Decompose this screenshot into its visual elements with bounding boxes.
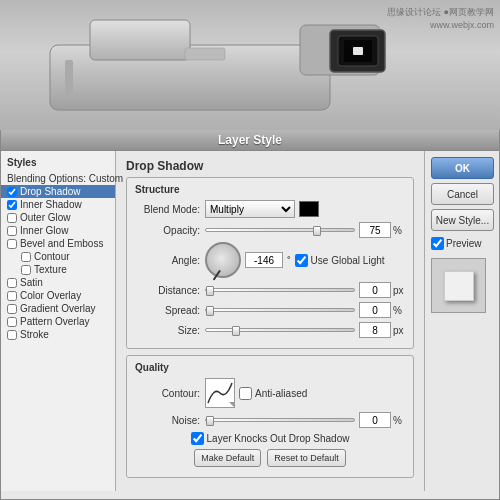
dialog-body: Styles Blending Options: Custom Drop Sha… (1, 151, 499, 491)
stroke-checkbox[interactable] (7, 330, 17, 340)
preview-inner-box (444, 271, 474, 301)
contour-preview[interactable] (205, 378, 235, 408)
use-global-light-text: Use Global Light (311, 255, 385, 266)
drop-shadow-checkbox[interactable] (7, 187, 17, 197)
make-default-button[interactable]: Make Default (194, 449, 261, 467)
sidebar-item-inner-shadow[interactable]: Inner Shadow (1, 198, 115, 211)
layer-knocks-checkbox[interactable] (191, 432, 204, 445)
satin-label: Satin (20, 277, 43, 288)
sidebar-item-stroke[interactable]: Stroke (1, 328, 115, 341)
sidebar-item-blending-options[interactable]: Blending Options: Custom (1, 172, 115, 185)
preview-checkbox-container: Preview (431, 237, 493, 250)
spread-row: Spread: % (135, 302, 405, 318)
sidebar-item-gradient-overlay[interactable]: Gradient Overlay (1, 302, 115, 315)
spread-input[interactable] (359, 302, 391, 318)
quality-section: Quality Contour: Anti-aliased (126, 355, 414, 478)
color-overlay-label: Color Overlay (20, 290, 81, 301)
cancel-button[interactable]: Cancel (431, 183, 494, 205)
sidebar-item-drop-shadow[interactable]: Drop Shadow (1, 185, 115, 198)
angle-input[interactable] (245, 252, 283, 268)
noise-slider-track (205, 418, 355, 422)
sidebar-item-bevel-emboss[interactable]: Bevel and Emboss (1, 237, 115, 250)
anti-aliased-checkbox[interactable] (239, 387, 252, 400)
outer-glow-label: Outer Glow (20, 212, 71, 223)
opacity-slider-track (205, 228, 355, 232)
bevel-emboss-checkbox[interactable] (7, 239, 17, 249)
structure-title: Structure (135, 184, 405, 195)
texture-checkbox[interactable] (21, 265, 31, 275)
noise-slider-container (205, 414, 355, 426)
opacity-unit: % (393, 225, 405, 236)
spread-slider-thumb[interactable] (206, 306, 214, 316)
sidebar-item-outer-glow[interactable]: Outer Glow (1, 211, 115, 224)
quality-title: Quality (135, 362, 405, 373)
pattern-overlay-checkbox[interactable] (7, 317, 17, 327)
preview-checkbox[interactable] (431, 237, 444, 250)
shadow-color-swatch[interactable] (299, 201, 319, 217)
angle-label: Angle: (135, 255, 205, 266)
sidebar-item-satin[interactable]: Satin (1, 276, 115, 289)
new-style-button[interactable]: New Style... (431, 209, 494, 231)
inner-shadow-label: Inner Shadow (20, 199, 82, 210)
spread-label: Spread: (135, 305, 205, 316)
bottom-buttons-row: Make Default Reset to Default (135, 449, 405, 467)
gradient-overlay-checkbox[interactable] (7, 304, 17, 314)
structure-section: Structure Blend Mode: Multiply Normal Sc… (126, 177, 414, 349)
outer-glow-checkbox[interactable] (7, 213, 17, 223)
noise-slider-thumb[interactable] (206, 416, 214, 426)
sidebar-item-pattern-overlay[interactable]: Pattern Overlay (1, 315, 115, 328)
use-global-light-label: Use Global Light (295, 254, 385, 267)
distance-slider-thumb[interactable] (206, 286, 214, 296)
spread-slider-track (205, 308, 355, 312)
layer-knocks-text: Layer Knocks Out Drop Shadow (207, 433, 350, 444)
sidebar-item-inner-glow[interactable]: Inner Glow (1, 224, 115, 237)
color-overlay-checkbox[interactable] (7, 291, 17, 301)
blend-mode-select[interactable]: Multiply Normal Screen (205, 200, 295, 218)
watermark-line2: www.webjx.com (387, 19, 494, 32)
noise-row: Noise: % (135, 412, 405, 428)
blend-mode-label: Blend Mode: (135, 204, 205, 215)
distance-unit: px (393, 285, 405, 296)
size-input[interactable] (359, 322, 391, 338)
inner-shadow-checkbox[interactable] (7, 200, 17, 210)
distance-input[interactable] (359, 282, 391, 298)
opacity-row: Opacity: % (135, 222, 405, 238)
opacity-input[interactable] (359, 222, 391, 238)
buttons-panel: OK Cancel New Style... Preview (424, 151, 499, 491)
reset-to-default-button[interactable]: Reset to Default (267, 449, 346, 467)
svg-rect-7 (65, 60, 73, 95)
bevel-emboss-label: Bevel and Emboss (20, 238, 103, 249)
styles-panel-title: Styles (1, 155, 115, 172)
styles-panel: Styles Blending Options: Custom Drop Sha… (1, 151, 116, 491)
svg-rect-6 (353, 47, 363, 55)
angle-dial[interactable] (205, 242, 241, 278)
ok-button[interactable]: OK (431, 157, 494, 179)
sidebar-item-color-overlay[interactable]: Color Overlay (1, 289, 115, 302)
texture-label: Texture (34, 264, 67, 275)
preview-label: Preview (446, 238, 482, 249)
gradient-overlay-label: Gradient Overlay (20, 303, 96, 314)
inner-glow-checkbox[interactable] (7, 226, 17, 236)
satin-checkbox[interactable] (7, 278, 17, 288)
svg-rect-1 (90, 20, 190, 60)
stroke-label: Stroke (20, 329, 49, 340)
layer-knocks-row: Layer Knocks Out Drop Shadow (135, 432, 405, 445)
noise-input[interactable] (359, 412, 391, 428)
sidebar-item-texture[interactable]: Texture (1, 263, 115, 276)
degree-symbol: ° (287, 255, 291, 265)
svg-rect-8 (185, 48, 225, 60)
spread-slider-container (205, 304, 355, 316)
distance-slider-container (205, 284, 355, 296)
distance-row: Distance: px (135, 282, 405, 298)
opacity-slider-thumb[interactable] (313, 226, 321, 236)
watermark: 思缘设计论坛 ●网页教学网 www.webjx.com (387, 6, 494, 31)
size-slider-thumb[interactable] (232, 326, 240, 336)
use-global-light-checkbox[interactable] (295, 254, 308, 267)
sidebar-item-contour[interactable]: Contour (1, 250, 115, 263)
layer-style-dialog: Layer Style Styles Blending Options: Cus… (0, 130, 500, 500)
contour-label: Contour (34, 251, 70, 262)
blending-options-label: Blending Options: Custom (7, 173, 123, 184)
size-unit: px (393, 325, 405, 336)
contour-checkbox[interactable] (21, 252, 31, 262)
size-slider-container (205, 324, 355, 336)
